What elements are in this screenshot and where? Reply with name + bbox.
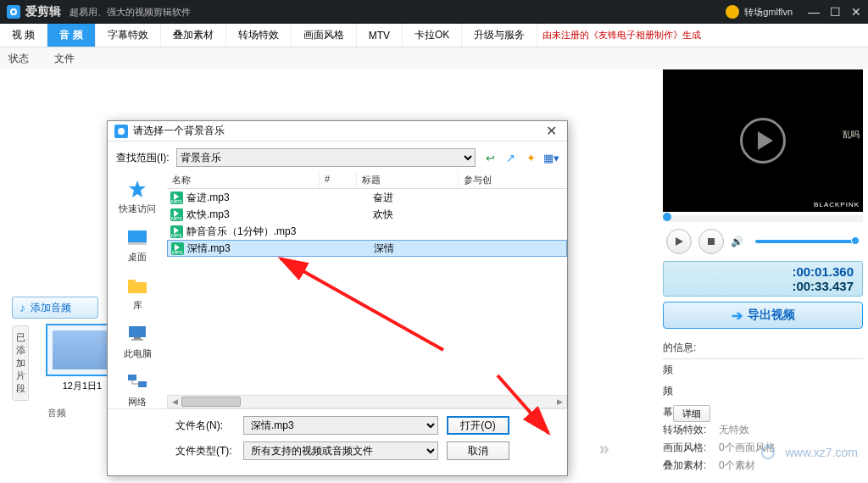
minimize-icon[interactable]: — <box>808 5 820 19</box>
place-network[interactable]: 网络 <box>125 370 150 408</box>
play-button[interactable] <box>666 229 692 254</box>
svg-point-3 <box>118 128 125 135</box>
main-tabs: 视 频 音 频 字幕特效 叠加素材 转场特效 画面风格 MTV 卡拉OK 升级与… <box>0 24 868 47</box>
mp3-icon <box>170 208 183 221</box>
tab-update[interactable]: 升级与服务 <box>462 24 537 47</box>
svg-rect-5 <box>128 242 147 245</box>
folder-icon <box>125 274 150 297</box>
file-row[interactable]: 静音音乐（1分钟）.mp3 <box>167 223 567 240</box>
horizontal-scrollbar[interactable]: ◀▶ <box>167 395 567 408</box>
svg-rect-2 <box>708 238 715 245</box>
dialog-icon <box>114 125 128 138</box>
app-logo-icon <box>7 5 20 19</box>
preview-play-icon <box>740 118 786 164</box>
music-note-icon: ♪ <box>19 301 25 314</box>
svg-rect-9 <box>128 375 136 380</box>
filetype-label: 文件类型(T): <box>175 444 235 458</box>
file-row[interactable]: 欢快.mp3欢快 <box>167 206 567 223</box>
user-area[interactable]: 转场gmlflvn <box>726 5 793 19</box>
desktop-icon <box>125 225 150 249</box>
tab-mtv[interactable]: MTV <box>357 24 403 47</box>
close-icon[interactable]: ✕ <box>851 5 861 19</box>
audio-track-label: 音频 <box>47 407 66 419</box>
mp3-icon <box>170 192 183 204</box>
tab-audio[interactable]: 音 频 <box>47 24 95 47</box>
detail-button[interactable]: 详细 <box>673 405 710 422</box>
info-header: 的信息: <box>663 337 863 359</box>
filename-label: 文件名(N): <box>175 419 235 433</box>
file-row[interactable]: 奋进.mp3奋进 <box>167 189 567 206</box>
monitor-icon <box>125 322 150 346</box>
star-icon <box>125 177 150 201</box>
app-subtitle: 超易用、强大的视频剪辑软件 <box>70 6 191 19</box>
look-in-label: 查找范围(I): <box>116 151 170 165</box>
svg-point-1 <box>12 10 15 14</box>
svg-rect-7 <box>134 337 141 339</box>
volume-slider[interactable] <box>755 240 860 243</box>
stop-button[interactable] <box>698 229 724 254</box>
unregistered-note: 由未注册的《友锋电子相册制作》生成 <box>537 24 706 47</box>
back-icon[interactable]: ↩ <box>482 150 498 165</box>
svg-rect-4 <box>128 230 147 242</box>
file-row-selected[interactable]: 深情.mp3深情 <box>167 240 567 257</box>
video-preview[interactable]: 乱吗 BLACKPINK <box>663 69 863 212</box>
open-button[interactable]: 打开(O) <box>447 416 509 435</box>
filetype-select[interactable]: 所有支持的视频或音频文件 <box>243 441 438 460</box>
username: 转场gmlflvn <box>744 6 793 19</box>
file-list-header[interactable]: 名称 # 标题 参与创 <box>167 172 567 189</box>
filename-input[interactable]: 深情.mp3 <box>243 416 438 435</box>
tab-transition[interactable]: 转场特效 <box>226 24 292 47</box>
app-title: 爱剪辑 <box>25 4 61 19</box>
view-menu-icon[interactable]: ▦▾ <box>543 150 559 165</box>
export-video-button[interactable]: ➔ 导出视频 <box>663 302 863 329</box>
maximize-icon[interactable]: ☐ <box>830 5 841 19</box>
new-folder-icon[interactable]: ✦ <box>523 150 538 165</box>
site-watermark: www.xz7.com <box>785 446 858 459</box>
timecode-display: :00:01.360 :00:33.437 <box>663 261 863 297</box>
timeline-slider[interactable] <box>663 215 863 222</box>
look-in-select[interactable]: 背景音乐 <box>176 148 476 167</box>
place-this-pc[interactable]: 此电脑 <box>124 322 152 360</box>
place-quick-access[interactable]: 快速访问 <box>119 177 156 215</box>
export-icon: ➔ <box>732 308 743 324</box>
dialog-title: 请选择一个背景音乐 <box>133 124 542 138</box>
chevron-right-icon: » <box>598 438 604 460</box>
preview-watermark: BLACKPINK <box>814 201 860 208</box>
preview-text: 乱吗 <box>843 129 860 141</box>
status-col-state: 状态 <box>8 52 29 66</box>
place-library[interactable]: 库 <box>125 274 150 312</box>
mp3-icon <box>170 225 183 238</box>
svg-rect-8 <box>131 339 143 341</box>
avatar-icon <box>726 5 739 19</box>
mp3-icon <box>171 242 184 255</box>
site-logo-icon <box>761 446 775 459</box>
added-segments-label: 已添加片段 <box>12 325 29 401</box>
tab-overlay[interactable]: 叠加素材 <box>161 24 226 47</box>
tab-style[interactable]: 画面风格 <box>292 24 357 47</box>
cancel-button[interactable]: 取消 <box>447 441 509 460</box>
volume-icon: 🔊 <box>731 236 743 247</box>
status-col-file: 文件 <box>54 52 75 66</box>
tab-karaoke[interactable]: 卡拉OK <box>403 24 462 47</box>
svg-rect-6 <box>129 326 146 337</box>
tab-subtitle[interactable]: 字幕特效 <box>96 24 161 47</box>
place-desktop[interactable]: 桌面 <box>125 225 150 264</box>
add-audio-button[interactable]: ♪ 添加音频 <box>12 297 98 319</box>
dialog-close-button[interactable]: ✕ <box>542 123 560 139</box>
up-folder-icon[interactable]: ↗ <box>503 150 518 165</box>
tab-video[interactable]: 视 频 <box>0 24 47 47</box>
network-icon <box>125 370 150 394</box>
file-open-dialog: 请选择一个背景音乐 ✕ 查找范围(I): 背景音乐 ↩ ↗ ✦ ▦▾ 快速访问 <box>107 120 568 476</box>
